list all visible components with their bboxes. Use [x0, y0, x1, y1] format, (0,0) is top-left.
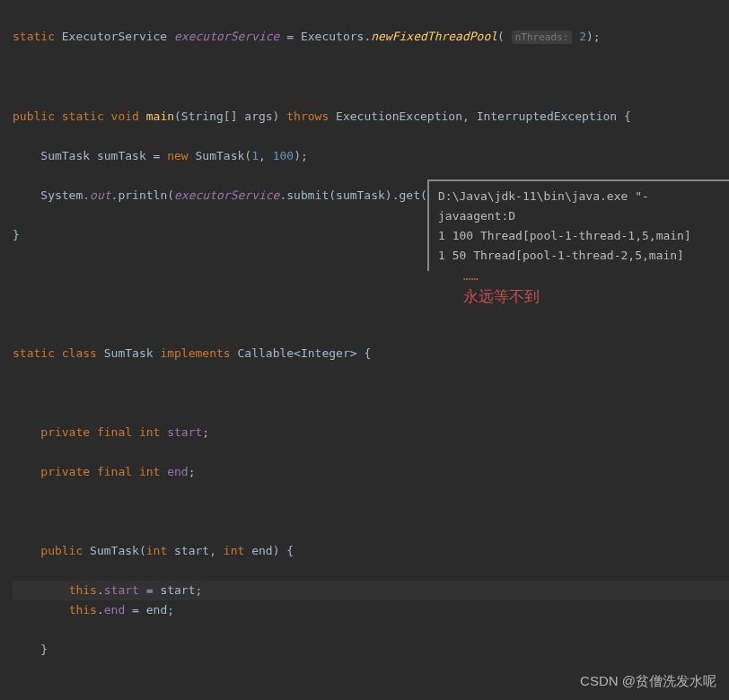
- annotation-ellipsis: ……: [463, 266, 479, 285]
- blank-line: [13, 383, 729, 403]
- code-line: private final int end;: [13, 462, 729, 482]
- code-line: SumTask sumTask = new SumTask(1, 100);: [13, 146, 729, 166]
- code-editor[interactable]: static ExecutorService executorService =…: [0, 0, 729, 700]
- annotation-text: 永远等不到: [463, 287, 540, 307]
- console-line: 1 100 Thread[pool-1-thread-1,5,main]: [438, 226, 720, 246]
- code-line: }: [13, 640, 729, 660]
- code-line: private final int start;: [13, 423, 729, 442]
- blank-line: [13, 67, 729, 87]
- watermark: CSDN @贫僧洗发水呢: [580, 671, 716, 691]
- code-line: public SumTask(int start, int end) {: [13, 541, 729, 561]
- console-output: D:\Java\jdk-11\bin\java.exe "-javaagent:…: [427, 179, 729, 271]
- console-line: 1 50 Thread[pool-1-thread-2,5,main]: [438, 246, 720, 266]
- code-line: this.end = end;: [13, 600, 729, 620]
- blank-line: [13, 304, 729, 324]
- code-line: this.start = start;: [13, 581, 729, 600]
- console-line: D:\Java\jdk-11\bin\java.exe "-javaagent:…: [438, 187, 720, 226]
- blank-line: [13, 502, 729, 521]
- code-line: static class SumTask implements Callable…: [13, 344, 729, 363]
- code-line: static ExecutorService executorService =…: [13, 27, 729, 48]
- code-line: public static void main(String[] args) t…: [13, 107, 729, 127]
